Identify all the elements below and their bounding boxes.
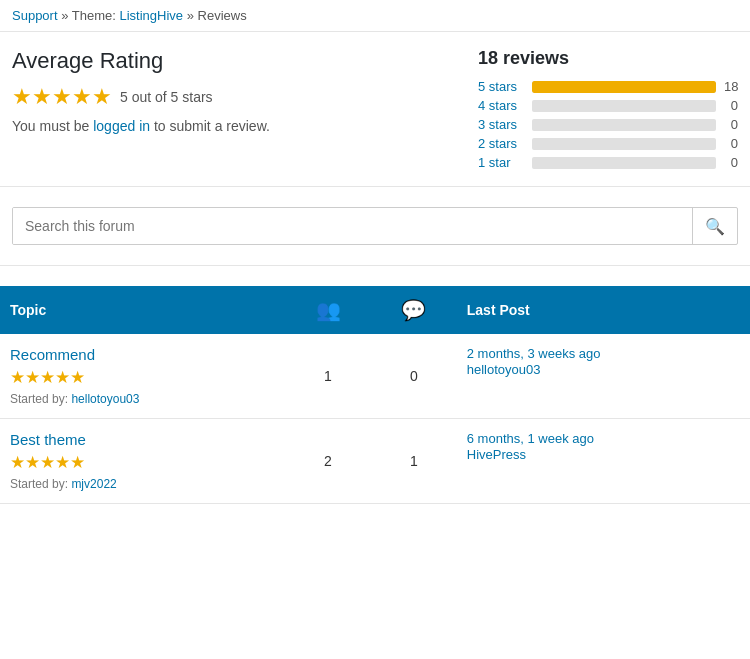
topic-star: ★: [40, 452, 55, 473]
bar-count-4: 0: [724, 136, 738, 151]
users-icon: 👥: [316, 299, 341, 321]
bar-fill-1: [532, 81, 716, 93]
stars-row: ★ ★ ★ ★ ★ 5 out of 5 stars: [12, 86, 458, 108]
table-header-row: Topic 👥 💬 Last Post: [0, 286, 750, 334]
topic-star: ★: [10, 452, 25, 473]
last-post-user-1[interactable]: hellotoyou03: [467, 362, 541, 377]
bar-count-1: 18: [724, 79, 738, 94]
topics-table: Topic 👥 💬 Last Post Recommend ★★★★★ Star…: [0, 286, 750, 504]
star-5: ★: [92, 86, 112, 108]
topic-stars-2: ★★★★★: [10, 452, 275, 473]
topic-star: ★: [40, 367, 55, 388]
bar-label-5[interactable]: 1 star: [478, 155, 524, 170]
star-icons: ★ ★ ★ ★ ★: [12, 86, 112, 108]
topic-title-2[interactable]: Best theme: [10, 431, 86, 448]
replies-cell-2: 1: [371, 419, 457, 504]
table-row: Best theme ★★★★★ Started by: mjv2022 2 1…: [0, 419, 750, 504]
topic-star: ★: [55, 367, 70, 388]
topic-star: ★: [70, 367, 85, 388]
login-link[interactable]: logged in: [93, 118, 150, 134]
breadcrumb-sep2: »: [187, 8, 194, 23]
bar-track-3: [532, 119, 716, 131]
table-row: Recommend ★★★★★ Started by: hellotoyou03…: [0, 334, 750, 419]
bar-count-2: 0: [724, 98, 738, 113]
bar-row-5: 1 star 0: [478, 155, 738, 170]
last-post-user-2[interactable]: HivePress: [467, 447, 526, 462]
last-post-time-1[interactable]: 2 months, 3 weeks ago: [467, 346, 740, 361]
breadcrumb-current: Reviews: [198, 8, 247, 23]
replies-cell-1: 0: [371, 334, 457, 419]
started-by-user-1[interactable]: hellotoyou03: [71, 392, 139, 406]
star-4: ★: [72, 86, 92, 108]
started-by-user-2[interactable]: mjv2022: [71, 477, 116, 491]
col-topic: Topic: [0, 286, 285, 334]
topic-star: ★: [25, 367, 40, 388]
bar-label-2[interactable]: 4 stars: [478, 98, 524, 113]
breadcrumb-sep1: »: [61, 8, 68, 23]
search-box: 🔍: [12, 207, 738, 245]
bar-label-3[interactable]: 3 stars: [478, 117, 524, 132]
replies-icon: 💬: [401, 299, 426, 321]
rating-left: Average Rating ★ ★ ★ ★ ★ 5 out of 5 star…: [12, 48, 478, 174]
voices-cell-2: 2: [285, 419, 371, 504]
bar-track-1: [532, 81, 716, 93]
search-input[interactable]: [13, 208, 692, 244]
breadcrumb: Support » Theme: ListingHive » Reviews: [0, 0, 750, 32]
bar-row-1: 5 stars 18: [478, 79, 738, 94]
last-post-cell-2: 6 months, 1 week ago HivePress: [457, 419, 750, 504]
rating-right: 18 reviews 5 stars 18 4 stars 0 3 stars …: [478, 48, 738, 174]
bar-row-3: 3 stars 0: [478, 117, 738, 132]
col-users: 👥: [285, 286, 371, 334]
last-post-time-2[interactable]: 6 months, 1 week ago: [467, 431, 740, 446]
reviews-summary: 18 reviews: [478, 48, 738, 69]
login-post-text: to submit a review.: [154, 118, 270, 134]
login-pre-text: You must be: [12, 118, 89, 134]
bar-label-1[interactable]: 5 stars: [478, 79, 524, 94]
search-button[interactable]: 🔍: [692, 208, 737, 244]
star-3: ★: [52, 86, 72, 108]
rating-bars: 5 stars 18 4 stars 0 3 stars 0 2 stars 0: [478, 79, 738, 170]
topic-title-1[interactable]: Recommend: [10, 346, 95, 363]
bar-row-2: 4 stars 0: [478, 98, 738, 113]
breadcrumb-theme-link[interactable]: ListingHive: [120, 8, 184, 23]
started-by-2: Started by: mjv2022: [10, 477, 275, 491]
col-replies: 💬: [371, 286, 457, 334]
started-by-1: Started by: hellotoyou03: [10, 392, 275, 406]
bar-row-4: 2 stars 0: [478, 136, 738, 151]
topic-cell-1: Recommend ★★★★★ Started by: hellotoyou03: [0, 334, 285, 419]
topic-stars-1: ★★★★★: [10, 367, 275, 388]
last-post-cell-1: 2 months, 3 weeks ago hellotoyou03: [457, 334, 750, 419]
topic-star: ★: [25, 452, 40, 473]
bar-label-4[interactable]: 2 stars: [478, 136, 524, 151]
bar-count-3: 0: [724, 117, 738, 132]
bar-count-5: 0: [724, 155, 738, 170]
bar-track-5: [532, 157, 716, 169]
topic-star: ★: [70, 452, 85, 473]
bar-track-4: [532, 138, 716, 150]
bar-track-2: [532, 100, 716, 112]
col-last-post: Last Post: [457, 286, 750, 334]
rating-section: Average Rating ★ ★ ★ ★ ★ 5 out of 5 star…: [0, 32, 750, 187]
search-section: 🔍: [0, 187, 750, 266]
topic-cell-2: Best theme ★★★★★ Started by: mjv2022: [0, 419, 285, 504]
star-2: ★: [32, 86, 52, 108]
average-rating-title: Average Rating: [12, 48, 458, 74]
voices-cell-1: 1: [285, 334, 371, 419]
login-message: You must be logged in to submit a review…: [12, 118, 458, 134]
topic-star: ★: [10, 367, 25, 388]
rating-text: 5 out of 5 stars: [120, 89, 213, 105]
star-1: ★: [12, 86, 32, 108]
breadcrumb-support-link[interactable]: Support: [12, 8, 58, 23]
breadcrumb-theme-label: Theme:: [72, 8, 116, 23]
topic-star: ★: [55, 452, 70, 473]
topics-body: Recommend ★★★★★ Started by: hellotoyou03…: [0, 334, 750, 504]
